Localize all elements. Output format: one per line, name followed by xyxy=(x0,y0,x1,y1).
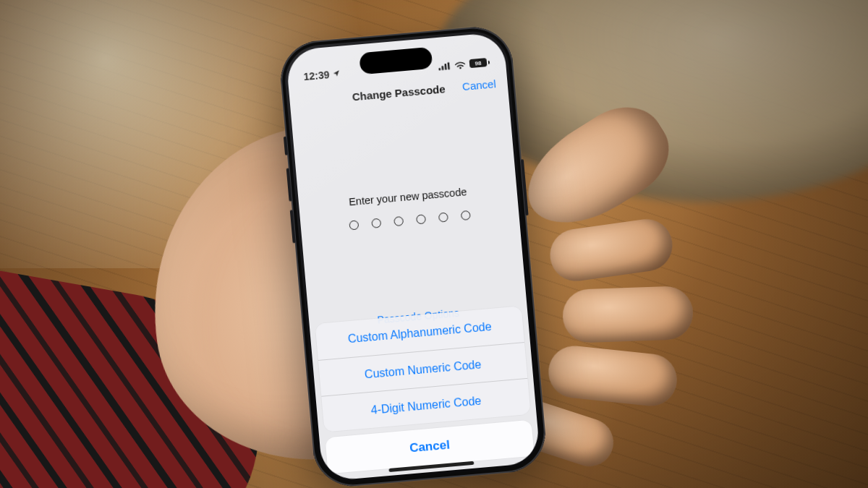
passcode-dot xyxy=(416,214,426,224)
prompt-label: Enter your new passcode xyxy=(299,181,517,212)
nav-cancel-button[interactable]: Cancel xyxy=(461,78,496,93)
page-title: Change Passcode xyxy=(352,82,446,103)
battery-icon: 98 xyxy=(469,58,490,68)
svg-rect-2 xyxy=(444,64,446,70)
action-sheet: Custom Alphanumeric Code Custom Numeric … xyxy=(315,306,535,474)
action-sheet-options: Custom Alphanumeric Code Custom Numeric … xyxy=(315,306,531,432)
passcode-dot xyxy=(438,213,448,223)
location-icon xyxy=(332,68,341,80)
iphone-device: 12:39 xyxy=(278,24,549,488)
passcode-dot xyxy=(349,220,359,230)
passcode-dot xyxy=(393,216,404,226)
svg-rect-0 xyxy=(438,67,441,70)
passcode-dot xyxy=(461,210,471,221)
passcode-prompt: Enter your new passcode xyxy=(291,97,519,235)
cellular-signal-icon xyxy=(438,61,451,70)
svg-rect-3 xyxy=(447,62,449,69)
battery-percentage: 98 xyxy=(475,59,482,67)
passcode-dot xyxy=(371,218,381,228)
wifi-icon xyxy=(454,60,467,69)
status-time: 12:39 xyxy=(303,69,330,82)
svg-rect-1 xyxy=(441,65,443,69)
iphone-screen: 12:39 xyxy=(286,32,541,481)
passcode-dots xyxy=(301,206,519,234)
